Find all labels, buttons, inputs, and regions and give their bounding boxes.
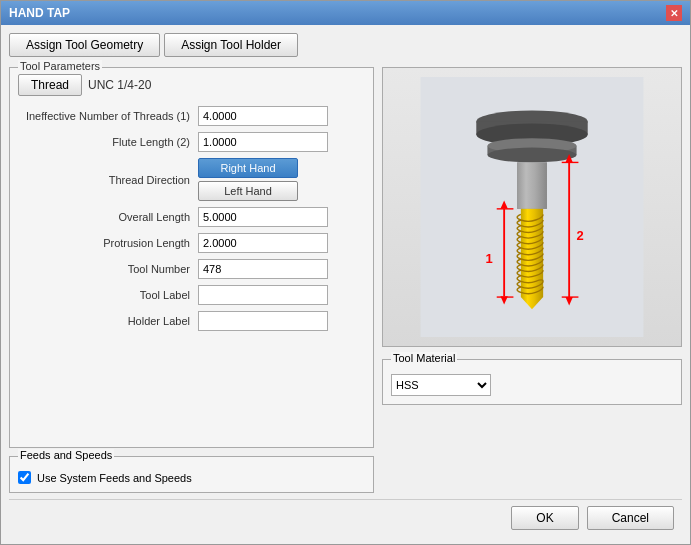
tool-params-label: Tool Parameters xyxy=(18,60,102,72)
ok-button[interactable]: OK xyxy=(511,506,578,530)
flute-length-row: Flute Length (2) xyxy=(18,132,365,152)
protrusion-length-row: Protrusion Length xyxy=(18,233,365,253)
svg-rect-8 xyxy=(517,162,547,208)
tool-label-input[interactable] xyxy=(198,285,328,305)
thread-direction-label: Thread Direction xyxy=(18,174,198,186)
tool-material-select[interactable]: HSS Carbide Cobalt TiN xyxy=(391,374,491,396)
holder-label-row: Holder Label xyxy=(18,311,365,331)
protrusion-input[interactable] xyxy=(198,233,328,253)
feeds-checkbox-row: Use System Feeds and Speeds xyxy=(18,471,365,484)
use-system-feeds-label: Use System Feeds and Speeds xyxy=(37,472,192,484)
left-panel: Tool Parameters Thread UNC 1/4-20 Ineffe… xyxy=(9,67,374,493)
thread-value: UNC 1/4-20 xyxy=(88,78,151,92)
right-hand-button[interactable]: Right Hand xyxy=(198,158,298,178)
flute-label: Flute Length (2) xyxy=(18,136,198,148)
tool-number-input[interactable] xyxy=(198,259,328,279)
ineffective-label: Ineffective Number of Threads (1) xyxy=(18,110,198,122)
ineffective-input[interactable] xyxy=(198,106,328,126)
holder-label-label: Holder Label xyxy=(18,315,198,327)
tool-image: 1 2 xyxy=(382,67,682,347)
bottom-bar: OK Cancel xyxy=(9,499,682,536)
thread-button[interactable]: Thread xyxy=(18,74,82,96)
flute-input[interactable] xyxy=(198,132,328,152)
tab-assign-tool-geometry[interactable]: Assign Tool Geometry xyxy=(9,33,160,57)
tool-number-label: Tool Number xyxy=(18,263,198,275)
main-area: Tool Parameters Thread UNC 1/4-20 Ineffe… xyxy=(9,67,682,493)
svg-point-6 xyxy=(487,148,576,163)
use-system-feeds-checkbox[interactable] xyxy=(18,471,31,484)
tool-label-label: Tool Label xyxy=(18,289,198,301)
window-title: HAND TAP xyxy=(9,6,70,20)
overall-length-row: Overall Length xyxy=(18,207,365,227)
hand-tap-dialog: HAND TAP ✕ Assign Tool Geometry Assign T… xyxy=(0,0,691,545)
holder-label-input[interactable] xyxy=(198,311,328,331)
thread-row: Thread UNC 1/4-20 xyxy=(18,74,365,96)
tool-label-row: Tool Label xyxy=(18,285,365,305)
feeds-label: Feeds and Speeds xyxy=(18,449,114,461)
left-hand-button[interactable]: Left Hand xyxy=(198,181,298,201)
tab-assign-tool-holder[interactable]: Assign Tool Holder xyxy=(164,33,298,57)
overall-label: Overall Length xyxy=(18,211,198,223)
dialog-content: Assign Tool Geometry Assign Tool Holder … xyxy=(1,25,690,544)
cancel-button[interactable]: Cancel xyxy=(587,506,674,530)
svg-text:2: 2 xyxy=(577,228,584,243)
svg-text:1: 1 xyxy=(486,251,493,266)
protrusion-label: Protrusion Length xyxy=(18,237,198,249)
title-bar: HAND TAP ✕ xyxy=(1,1,690,25)
tap-tool-svg: 1 2 xyxy=(412,77,652,337)
tool-params-group: Tool Parameters Thread UNC 1/4-20 Ineffe… xyxy=(9,67,374,448)
tool-number-row: Tool Number xyxy=(18,259,365,279)
overall-input[interactable] xyxy=(198,207,328,227)
tool-material-label: Tool Material xyxy=(391,352,457,364)
feeds-group: Feeds and Speeds Use System Feeds and Sp… xyxy=(9,456,374,493)
close-button[interactable]: ✕ xyxy=(666,5,682,21)
direction-buttons: Right Hand Left Hand xyxy=(198,158,298,201)
ineffective-threads-row: Ineffective Number of Threads (1) xyxy=(18,106,365,126)
tab-bar: Assign Tool Geometry Assign Tool Holder xyxy=(9,33,682,57)
thread-direction-row: Thread Direction Right Hand Left Hand xyxy=(18,158,365,201)
svg-rect-9 xyxy=(521,209,543,297)
right-panel: 1 2 Tool Material xyxy=(382,67,682,493)
tool-material-group: Tool Material HSS Carbide Cobalt TiN xyxy=(382,359,682,405)
